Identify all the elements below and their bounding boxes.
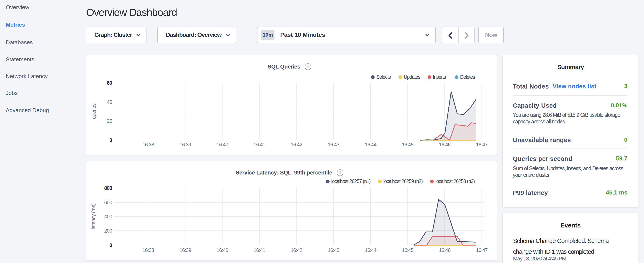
svg-text:800: 800: [104, 185, 112, 191]
svg-text:400: 400: [104, 214, 112, 219]
svg-text:200: 200: [104, 228, 112, 234]
svg-text:16:40: 16:40: [217, 247, 228, 253]
svg-text:16:47: 16:47: [476, 247, 488, 253]
svg-text:16:43: 16:43: [328, 142, 339, 147]
svg-text:0: 0: [110, 242, 112, 248]
svg-text:16:42: 16:42: [291, 247, 302, 253]
svg-text:0: 0: [110, 137, 112, 143]
svg-text:16:39: 16:39: [180, 247, 191, 253]
svg-text:16:45: 16:45: [402, 142, 414, 147]
svg-text:16:44: 16:44: [365, 247, 376, 253]
svg-text:16:44: 16:44: [365, 142, 376, 147]
svg-text:16:43: 16:43: [328, 247, 339, 253]
svg-text:16:41: 16:41: [254, 142, 265, 147]
svg-text:16:39: 16:39: [180, 142, 191, 147]
svg-text:16:47: 16:47: [476, 142, 488, 147]
svg-text:16:38: 16:38: [142, 247, 154, 253]
svg-text:40: 40: [107, 99, 112, 105]
svg-text:600: 600: [104, 200, 112, 205]
svg-text:16:46: 16:46: [439, 247, 450, 253]
svg-text:16:40: 16:40: [217, 142, 228, 147]
svg-text:16:42: 16:42: [291, 142, 302, 147]
svg-text:60: 60: [107, 80, 112, 86]
svg-text:16:41: 16:41: [254, 247, 265, 253]
svg-text:16:46: 16:46: [439, 142, 450, 147]
svg-text:20: 20: [107, 118, 112, 124]
svg-text:16:38: 16:38: [142, 142, 154, 147]
svg-text:latency (ms): latency (ms): [90, 203, 96, 229]
svg-text:16:45: 16:45: [402, 247, 414, 253]
svg-text:queries: queries: [91, 103, 97, 119]
